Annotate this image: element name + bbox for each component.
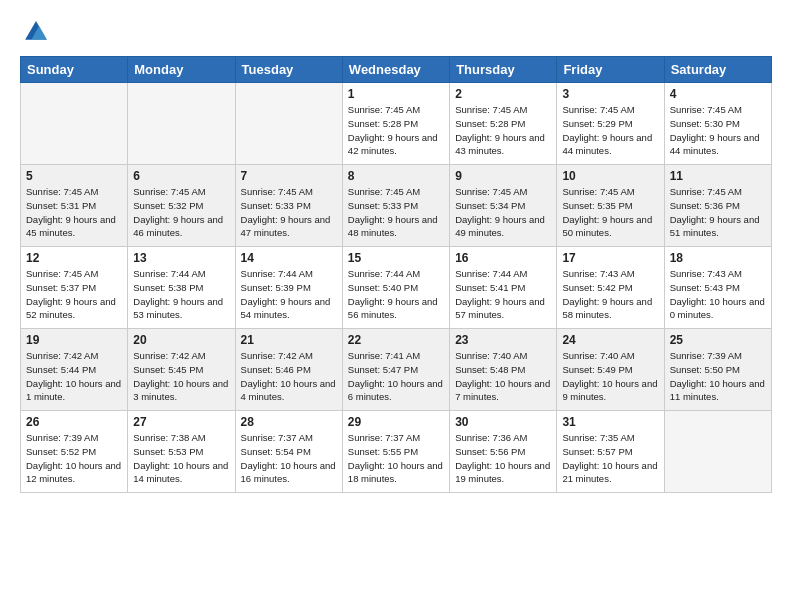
weekday-header-wednesday: Wednesday	[342, 57, 449, 83]
day-info: Sunrise: 7:44 AMSunset: 5:40 PMDaylight:…	[348, 267, 444, 322]
week-row-2: 5Sunrise: 7:45 AMSunset: 5:31 PMDaylight…	[21, 165, 772, 247]
calendar-cell: 13Sunrise: 7:44 AMSunset: 5:38 PMDayligh…	[128, 247, 235, 329]
day-number: 20	[133, 333, 229, 347]
day-number: 21	[241, 333, 337, 347]
page: SundayMondayTuesdayWednesdayThursdayFrid…	[0, 0, 792, 507]
calendar-cell: 16Sunrise: 7:44 AMSunset: 5:41 PMDayligh…	[450, 247, 557, 329]
day-info: Sunrise: 7:45 AMSunset: 5:29 PMDaylight:…	[562, 103, 658, 158]
day-number: 30	[455, 415, 551, 429]
day-info: Sunrise: 7:44 AMSunset: 5:41 PMDaylight:…	[455, 267, 551, 322]
day-info: Sunrise: 7:45 AMSunset: 5:33 PMDaylight:…	[348, 185, 444, 240]
calendar-cell: 31Sunrise: 7:35 AMSunset: 5:57 PMDayligh…	[557, 411, 664, 493]
day-info: Sunrise: 7:39 AMSunset: 5:50 PMDaylight:…	[670, 349, 766, 404]
calendar-table: SundayMondayTuesdayWednesdayThursdayFrid…	[20, 56, 772, 493]
calendar-cell: 29Sunrise: 7:37 AMSunset: 5:55 PMDayligh…	[342, 411, 449, 493]
day-info: Sunrise: 7:45 AMSunset: 5:34 PMDaylight:…	[455, 185, 551, 240]
day-info: Sunrise: 7:44 AMSunset: 5:39 PMDaylight:…	[241, 267, 337, 322]
day-number: 24	[562, 333, 658, 347]
day-number: 12	[26, 251, 122, 265]
day-number: 6	[133, 169, 229, 183]
day-info: Sunrise: 7:37 AMSunset: 5:55 PMDaylight:…	[348, 431, 444, 486]
day-number: 31	[562, 415, 658, 429]
day-number: 7	[241, 169, 337, 183]
calendar-cell: 24Sunrise: 7:40 AMSunset: 5:49 PMDayligh…	[557, 329, 664, 411]
week-row-5: 26Sunrise: 7:39 AMSunset: 5:52 PMDayligh…	[21, 411, 772, 493]
weekday-header-row: SundayMondayTuesdayWednesdayThursdayFrid…	[21, 57, 772, 83]
calendar-cell: 14Sunrise: 7:44 AMSunset: 5:39 PMDayligh…	[235, 247, 342, 329]
calendar-cell: 3Sunrise: 7:45 AMSunset: 5:29 PMDaylight…	[557, 83, 664, 165]
calendar-cell: 25Sunrise: 7:39 AMSunset: 5:50 PMDayligh…	[664, 329, 771, 411]
day-info: Sunrise: 7:41 AMSunset: 5:47 PMDaylight:…	[348, 349, 444, 404]
weekday-header-sunday: Sunday	[21, 57, 128, 83]
calendar-cell: 28Sunrise: 7:37 AMSunset: 5:54 PMDayligh…	[235, 411, 342, 493]
calendar-cell: 9Sunrise: 7:45 AMSunset: 5:34 PMDaylight…	[450, 165, 557, 247]
calendar-cell: 20Sunrise: 7:42 AMSunset: 5:45 PMDayligh…	[128, 329, 235, 411]
day-number: 4	[670, 87, 766, 101]
day-info: Sunrise: 7:45 AMSunset: 5:28 PMDaylight:…	[348, 103, 444, 158]
calendar-cell: 6Sunrise: 7:45 AMSunset: 5:32 PMDaylight…	[128, 165, 235, 247]
day-number: 27	[133, 415, 229, 429]
day-number: 16	[455, 251, 551, 265]
week-row-3: 12Sunrise: 7:45 AMSunset: 5:37 PMDayligh…	[21, 247, 772, 329]
day-number: 17	[562, 251, 658, 265]
calendar-cell: 1Sunrise: 7:45 AMSunset: 5:28 PMDaylight…	[342, 83, 449, 165]
day-number: 11	[670, 169, 766, 183]
weekday-header-monday: Monday	[128, 57, 235, 83]
calendar-cell: 23Sunrise: 7:40 AMSunset: 5:48 PMDayligh…	[450, 329, 557, 411]
day-info: Sunrise: 7:45 AMSunset: 5:31 PMDaylight:…	[26, 185, 122, 240]
day-info: Sunrise: 7:37 AMSunset: 5:54 PMDaylight:…	[241, 431, 337, 486]
calendar-cell: 17Sunrise: 7:43 AMSunset: 5:42 PMDayligh…	[557, 247, 664, 329]
day-number: 1	[348, 87, 444, 101]
calendar-cell: 8Sunrise: 7:45 AMSunset: 5:33 PMDaylight…	[342, 165, 449, 247]
calendar-cell: 27Sunrise: 7:38 AMSunset: 5:53 PMDayligh…	[128, 411, 235, 493]
weekday-header-tuesday: Tuesday	[235, 57, 342, 83]
day-number: 9	[455, 169, 551, 183]
day-info: Sunrise: 7:43 AMSunset: 5:43 PMDaylight:…	[670, 267, 766, 322]
calendar-cell	[235, 83, 342, 165]
day-info: Sunrise: 7:39 AMSunset: 5:52 PMDaylight:…	[26, 431, 122, 486]
day-number: 14	[241, 251, 337, 265]
calendar-cell: 11Sunrise: 7:45 AMSunset: 5:36 PMDayligh…	[664, 165, 771, 247]
day-info: Sunrise: 7:45 AMSunset: 5:30 PMDaylight:…	[670, 103, 766, 158]
day-info: Sunrise: 7:42 AMSunset: 5:46 PMDaylight:…	[241, 349, 337, 404]
weekday-header-saturday: Saturday	[664, 57, 771, 83]
day-number: 5	[26, 169, 122, 183]
day-info: Sunrise: 7:42 AMSunset: 5:44 PMDaylight:…	[26, 349, 122, 404]
day-info: Sunrise: 7:45 AMSunset: 5:28 PMDaylight:…	[455, 103, 551, 158]
calendar-cell: 12Sunrise: 7:45 AMSunset: 5:37 PMDayligh…	[21, 247, 128, 329]
day-number: 8	[348, 169, 444, 183]
day-number: 2	[455, 87, 551, 101]
day-info: Sunrise: 7:45 AMSunset: 5:33 PMDaylight:…	[241, 185, 337, 240]
day-info: Sunrise: 7:45 AMSunset: 5:36 PMDaylight:…	[670, 185, 766, 240]
day-number: 22	[348, 333, 444, 347]
calendar-cell: 10Sunrise: 7:45 AMSunset: 5:35 PMDayligh…	[557, 165, 664, 247]
calendar-cell: 30Sunrise: 7:36 AMSunset: 5:56 PMDayligh…	[450, 411, 557, 493]
day-info: Sunrise: 7:45 AMSunset: 5:37 PMDaylight:…	[26, 267, 122, 322]
calendar-cell: 19Sunrise: 7:42 AMSunset: 5:44 PMDayligh…	[21, 329, 128, 411]
day-info: Sunrise: 7:36 AMSunset: 5:56 PMDaylight:…	[455, 431, 551, 486]
day-number: 13	[133, 251, 229, 265]
day-info: Sunrise: 7:40 AMSunset: 5:49 PMDaylight:…	[562, 349, 658, 404]
header	[20, 18, 772, 50]
day-number: 19	[26, 333, 122, 347]
day-number: 29	[348, 415, 444, 429]
day-number: 10	[562, 169, 658, 183]
calendar-cell: 4Sunrise: 7:45 AMSunset: 5:30 PMDaylight…	[664, 83, 771, 165]
day-number: 26	[26, 415, 122, 429]
day-number: 3	[562, 87, 658, 101]
weekday-header-friday: Friday	[557, 57, 664, 83]
day-number: 25	[670, 333, 766, 347]
calendar-cell: 26Sunrise: 7:39 AMSunset: 5:52 PMDayligh…	[21, 411, 128, 493]
day-info: Sunrise: 7:43 AMSunset: 5:42 PMDaylight:…	[562, 267, 658, 322]
day-info: Sunrise: 7:38 AMSunset: 5:53 PMDaylight:…	[133, 431, 229, 486]
day-info: Sunrise: 7:35 AMSunset: 5:57 PMDaylight:…	[562, 431, 658, 486]
calendar-cell: 22Sunrise: 7:41 AMSunset: 5:47 PMDayligh…	[342, 329, 449, 411]
day-number: 15	[348, 251, 444, 265]
day-info: Sunrise: 7:42 AMSunset: 5:45 PMDaylight:…	[133, 349, 229, 404]
calendar-cell	[128, 83, 235, 165]
weekday-header-thursday: Thursday	[450, 57, 557, 83]
calendar-cell	[664, 411, 771, 493]
day-number: 23	[455, 333, 551, 347]
calendar-cell: 2Sunrise: 7:45 AMSunset: 5:28 PMDaylight…	[450, 83, 557, 165]
calendar-cell: 18Sunrise: 7:43 AMSunset: 5:43 PMDayligh…	[664, 247, 771, 329]
